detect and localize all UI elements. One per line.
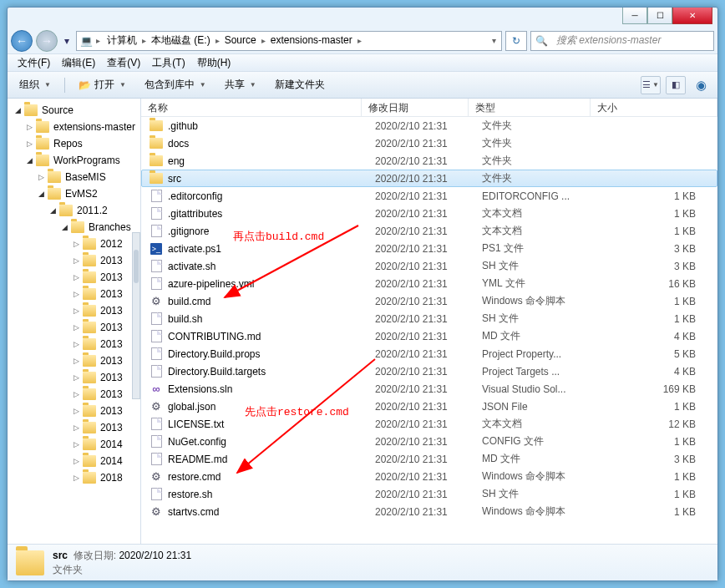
- crumb-sep[interactable]: ▸: [356, 36, 363, 45]
- expand-icon[interactable]: ▷: [71, 290, 81, 298]
- file-row[interactable]: >_activate.ps12020/2/10 21:31PS1 文件3 KB: [141, 240, 717, 257]
- file-row[interactable]: .gitattributes2020/2/10 21:31文本文档1 KB: [141, 205, 717, 222]
- tree-item[interactable]: ▷2013: [8, 302, 140, 319]
- file-name[interactable]: build.cmd: [168, 296, 375, 307]
- file-name[interactable]: .editorconfig: [168, 190, 375, 202]
- file-name[interactable]: .gitattributes: [168, 208, 375, 220]
- expand-icon[interactable]: ▷: [71, 357, 81, 365]
- include-library-button[interactable]: 包含到库中▼: [139, 74, 211, 95]
- file-row[interactable]: ⚙build.cmd2020/2/10 21:31Windows 命令脚本1 K…: [141, 292, 717, 310]
- expand-icon[interactable]: ▷: [71, 457, 81, 465]
- file-row[interactable]: CONTRIBUTING.md2020/2/10 21:31MD 文件4 KB: [141, 327, 717, 345]
- preview-pane-button[interactable]: ◧: [666, 76, 686, 94]
- help-button[interactable]: ◉: [691, 76, 711, 94]
- file-name[interactable]: restore.sh: [168, 489, 375, 500]
- crumb-sep[interactable]: ▸: [260, 36, 267, 45]
- expand-icon[interactable]: ▷: [71, 423, 81, 432]
- file-row[interactable]: restore.sh2020/2/10 21:31SH 文件1 KB: [141, 485, 717, 503]
- search-input[interactable]: 🔍 搜索 extensions-master: [530, 31, 714, 51]
- expand-icon[interactable]: ▷: [71, 340, 81, 348]
- expand-icon[interactable]: ▷: [71, 323, 81, 332]
- expand-icon[interactable]: ◢: [13, 106, 23, 114]
- file-row[interactable]: LICENSE.txt2020/2/10 21:31文本文档12 KB: [141, 415, 717, 433]
- file-row[interactable]: ∞Extensions.sln2020/2/10 21:31Visual Stu…: [141, 380, 717, 398]
- tree-item[interactable]: ▷Repos: [8, 135, 140, 152]
- expand-icon[interactable]: ▷: [36, 173, 46, 181]
- close-button[interactable]: ✕: [672, 8, 712, 24]
- expand-icon[interactable]: ◢: [24, 156, 34, 165]
- file-name[interactable]: build.sh: [168, 313, 375, 325]
- col-size[interactable]: 大小: [591, 99, 717, 116]
- scrollbar[interactable]: [132, 232, 140, 399]
- file-name[interactable]: Extensions.sln: [168, 383, 375, 395]
- expand-icon[interactable]: ▷: [71, 256, 81, 265]
- organize-button[interactable]: 组织▼: [14, 74, 56, 95]
- tree-item[interactable]: ▷2013: [8, 286, 140, 302]
- tree-item[interactable]: ▷2013: [8, 419, 140, 436]
- file-name[interactable]: src: [168, 173, 375, 185]
- file-row[interactable]: azure-pipelines.yml2020/2/10 21:31YML 文件…: [141, 275, 717, 292]
- file-row[interactable]: Directory.Build.targets2020/2/10 21:31Pr…: [141, 362, 717, 380]
- file-row[interactable]: ⚙startvs.cmd2020/2/10 21:31Windows 命令脚本1…: [141, 503, 717, 520]
- file-name[interactable]: startvs.cmd: [168, 506, 375, 518]
- file-row[interactable]: NuGet.config2020/2/10 21:31CONFIG 文件1 KB: [141, 433, 717, 450]
- forward-button[interactable]: →: [36, 30, 58, 52]
- tree-item[interactable]: ▷2014: [8, 453, 140, 469]
- maximize-button[interactable]: ☐: [647, 8, 672, 24]
- tree-item[interactable]: ◢WorkPrograms: [8, 152, 140, 169]
- minimize-button[interactable]: ─: [622, 8, 647, 24]
- crumb-sep[interactable]: ▸: [140, 36, 148, 45]
- file-row[interactable]: docs2020/2/10 21:31文件夹: [141, 134, 717, 152]
- tree-item[interactable]: ◢Branches: [8, 219, 140, 236]
- expand-icon[interactable]: ▷: [71, 390, 81, 398]
- file-row[interactable]: .gitignore2020/2/10 21:31文本文档1 KB: [141, 222, 717, 240]
- file-name[interactable]: README.md: [168, 454, 375, 465]
- col-type[interactable]: 类型: [469, 99, 591, 116]
- open-button[interactable]: 📂打开▼: [74, 74, 131, 95]
- expand-icon[interactable]: ▷: [24, 123, 34, 131]
- crumb-0[interactable]: 计算机: [104, 33, 140, 48]
- file-row[interactable]: README.md2020/2/10 21:31MD 文件3 KB: [141, 450, 717, 468]
- expand-icon[interactable]: ◢: [36, 190, 46, 198]
- tree-item[interactable]: ▷2013: [8, 386, 140, 403]
- file-row[interactable]: src2020/2/10 21:31文件夹: [141, 170, 717, 187]
- expand-icon[interactable]: ▷: [71, 474, 81, 482]
- file-name[interactable]: docs: [168, 138, 375, 150]
- file-name[interactable]: activate.sh: [168, 261, 375, 272]
- expand-icon[interactable]: ▷: [71, 307, 81, 315]
- file-name[interactable]: activate.ps1: [168, 243, 375, 255]
- breadcrumb[interactable]: 💻 ▸ 计算机▸本地磁盘 (E:)▸Source▸extensions-mast…: [76, 31, 502, 51]
- expand-icon[interactable]: ▷: [71, 273, 81, 281]
- col-name[interactable]: 名称: [141, 99, 362, 116]
- menu-help[interactable]: 帮助(H): [192, 54, 236, 72]
- share-button[interactable]: 共享▼: [220, 74, 261, 95]
- expand-icon[interactable]: ▷: [71, 407, 81, 415]
- tree-item[interactable]: ▷2013: [8, 369, 140, 386]
- file-name[interactable]: azure-pipelines.yml: [168, 278, 375, 290]
- back-button[interactable]: ←: [11, 30, 33, 52]
- tree-item[interactable]: ▷2013: [8, 252, 140, 269]
- expand-icon[interactable]: ◢: [48, 206, 58, 215]
- tree-item[interactable]: ▷2013: [8, 336, 140, 352]
- file-name[interactable]: Directory.Build.props: [168, 348, 375, 360]
- tree-item[interactable]: ▷2012: [8, 236, 140, 252]
- file-row[interactable]: .editorconfig2020/2/10 21:31EDITORCONFIG…: [141, 187, 717, 205]
- tree-item[interactable]: ▷2013: [8, 269, 140, 286]
- col-date[interactable]: 修改日期: [362, 99, 469, 116]
- tree-item[interactable]: ◢Source: [8, 102, 140, 119]
- file-row[interactable]: ⚙global.json2020/2/10 21:31JSON File1 KB: [141, 398, 717, 415]
- expand-icon[interactable]: ▷: [71, 440, 81, 449]
- expand-icon[interactable]: ▷: [71, 373, 81, 382]
- file-row[interactable]: build.sh2020/2/10 21:31SH 文件1 KB: [141, 310, 717, 327]
- expand-icon[interactable]: ▷: [71, 240, 81, 248]
- menu-edit[interactable]: 编辑(E): [57, 54, 100, 72]
- file-row[interactable]: eng2020/2/10 21:31文件夹: [141, 152, 717, 170]
- tree-item[interactable]: ▷2013: [8, 319, 140, 336]
- nav-tree[interactable]: ◢Source▷extensions-master▷Repos◢WorkProg…: [8, 99, 141, 544]
- expand-icon[interactable]: ◢: [59, 223, 69, 231]
- file-name[interactable]: NuGet.config: [168, 436, 375, 448]
- menu-tools[interactable]: 工具(T): [147, 54, 190, 72]
- tree-item[interactable]: ◢2011.2: [8, 202, 140, 219]
- crumb-sep[interactable]: ▸: [214, 36, 221, 45]
- tree-item[interactable]: ▷BaseMIS: [8, 169, 140, 185]
